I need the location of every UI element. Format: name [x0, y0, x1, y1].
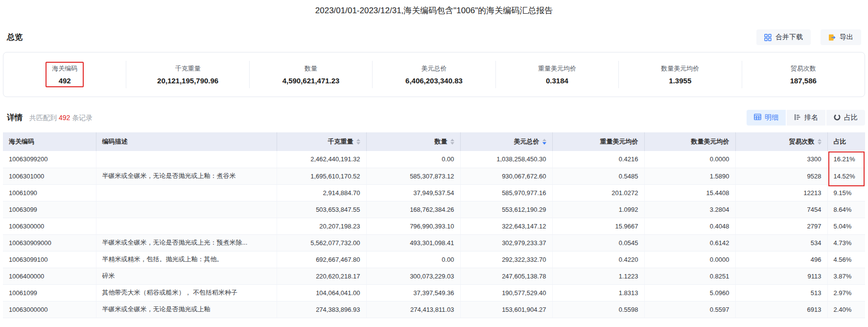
column-header-kg[interactable]: 千克重量 [277, 132, 366, 151]
cell-code: 100630909000 [3, 234, 96, 251]
table-row: 1006400000碎米220,620,218.17300,073,229.03… [3, 268, 865, 284]
stat-label: 海关编码 [52, 64, 77, 73]
top-buttons: 合并下载 导出 [756, 29, 861, 45]
column-label: 贸易次数 [789, 137, 815, 146]
stat-value: 492 [52, 76, 77, 85]
cell-share: 16.21% [827, 151, 865, 168]
column-label: 数量 [435, 137, 447, 146]
column-header-qty[interactable]: 数量 [366, 132, 460, 151]
cell-usd: 322,643,147.12 [460, 218, 552, 234]
cell-code: 1006300000 [3, 218, 96, 234]
sort-carets-icon[interactable] [356, 139, 360, 145]
cell-qty_avg: 0.0000 [644, 251, 735, 268]
match-suffix: 条记录 [72, 114, 93, 122]
cell-code: 10061090 [3, 184, 96, 201]
column-label: 占比 [834, 137, 846, 146]
sort-carets-icon[interactable] [818, 139, 821, 145]
cell-qty: 168,762,384.26 [366, 201, 460, 218]
cell-qty: 0.00 [366, 151, 460, 168]
overview-stat: 数量美元均价1.3955 [619, 61, 742, 88]
cell-kg: 2,914,884.70 [277, 184, 366, 201]
cell-share: 4.73% [827, 234, 865, 251]
cell-kg: 5,562,077,732.00 [277, 234, 366, 251]
column-label: 海关编码 [9, 137, 34, 146]
cell-trades: 9113 [735, 268, 827, 284]
tab-detail[interactable]: 明细 [747, 110, 786, 126]
cell-qty: 300,073,229.03 [366, 268, 460, 284]
column-header-qty_avg: 数量美元均价 [644, 132, 735, 151]
cell-kg_avg: 15.9667 [552, 218, 644, 234]
cell-qty_avg: 0.8251 [644, 268, 735, 284]
cell-usd: 585,970,977.16 [460, 184, 552, 201]
cell-kg: 220,620,218.17 [277, 268, 366, 284]
cell-trades: 2797 [735, 218, 827, 234]
stat-label: 贸易次数 [790, 64, 817, 73]
table-row: 10061099其他带壳大米（稻谷或糙米）， 不包括稻米种子104,064,04… [3, 284, 865, 301]
table-row: 100630992002,462,440,191.320.001,038,258… [3, 151, 865, 168]
cell-desc [96, 218, 277, 234]
match-summary: 共匹配到492条记录 [29, 114, 93, 123]
stat-inner: 数量美元均价1.3955 [655, 62, 705, 87]
cell-kg_avg: 0.0545 [552, 234, 644, 251]
customs-code-highlight-box: 海关编码492 [46, 62, 84, 87]
cell-usd: 292,322,332.70 [460, 251, 552, 268]
cell-share: 2.97% [827, 284, 865, 301]
stat-inner: 数量4,590,621,471.23 [276, 62, 346, 87]
stat-inner: 美元总价6,406,203,340.83 [399, 62, 469, 87]
merge-download-button[interactable]: 合并下载 [756, 29, 811, 45]
table-row: 100610902,914,884.7037,949,537.54585,970… [3, 184, 865, 201]
column-header-trades[interactable]: 贸易次数 [735, 132, 827, 151]
tab-share[interactable]: 占比 [826, 110, 865, 126]
table-row: 100630909000半碾米或全碾米，无论是否抛光或上光：预煮米除...5,5… [3, 234, 865, 251]
page-title: 2023/01/01-2023/12/31,海关编码包含"1006"的海关编码汇… [0, 0, 868, 19]
pie-icon [834, 114, 841, 122]
cell-usd: 302,979,233.37 [460, 234, 552, 251]
cell-kg: 1,695,610,170.52 [277, 168, 366, 184]
match-prefix: 共匹配到 [29, 114, 57, 122]
cell-code: 1006301000 [3, 168, 96, 184]
cell-desc: 碎米 [96, 268, 277, 284]
cell-desc [96, 201, 277, 218]
cell-trades: 534 [735, 234, 827, 251]
cell-kg_avg: 0.4220 [552, 251, 644, 268]
cell-qty: 0.00 [366, 251, 460, 268]
stat-value: 20,121,195,790.96 [157, 76, 218, 85]
cell-kg: 503,653,847.55 [277, 201, 366, 218]
sort-carets-icon[interactable] [450, 139, 454, 145]
cell-kg_avg: 0.5485 [552, 168, 644, 184]
cell-desc: 半精米或精米，包括。抛光或上釉：其他。 [96, 251, 277, 268]
cell-trades: 3300 [735, 151, 827, 168]
column-label: 美元总价 [514, 137, 540, 146]
export-button[interactable]: 导出 [821, 29, 861, 45]
stat-value: 1.3955 [661, 76, 699, 85]
stat-label: 数量美元均价 [661, 64, 699, 73]
cell-share: 9.15% [827, 184, 865, 201]
overview-stat: 重量美元均价0.3184 [496, 61, 619, 88]
overview-heading: 总览 [7, 32, 23, 43]
cell-trades: 6913 [735, 301, 827, 318]
cell-desc: 半碾米或全碾米，无论是否抛光或上光：预煮米除... [96, 234, 277, 251]
tab-ranking[interactable]: 排名 [787, 110, 825, 126]
column-header-usd[interactable]: 美元总价 [460, 132, 552, 151]
cell-share: 3.87% [827, 268, 865, 284]
column-label: 编码描述 [102, 137, 128, 146]
cell-qty_avg: 0.0000 [644, 151, 735, 168]
cell-trades: 12213 [735, 184, 827, 201]
sort-carets-icon[interactable] [542, 139, 546, 145]
cell-code: 10063099200 [3, 151, 96, 168]
cell-qty_avg: 0.6142 [644, 234, 735, 251]
cell-trades: 9528 [735, 168, 827, 184]
tab-share-label: 占比 [844, 113, 858, 122]
column-header-share: 占比 [827, 132, 865, 151]
cell-kg: 20,207,198.23 [277, 218, 366, 234]
column-label: 数量美元均价 [691, 137, 729, 146]
cell-kg_avg: 1.1223 [552, 268, 644, 284]
cell-qty: 274,413,811.03 [366, 301, 460, 318]
stat-value: 6,406,203,340.83 [405, 76, 463, 85]
column-label: 重量美元均价 [600, 137, 638, 146]
cell-qty: 37,397,549.36 [366, 284, 460, 301]
export-label: 导出 [840, 33, 853, 42]
cell-kg: 2,462,440,191.32 [277, 151, 366, 168]
cell-desc: 其他带壳大米（稻谷或糙米）， 不包括稻米种子 [96, 284, 277, 301]
overview-stat: 贸易次数187,586 [742, 61, 865, 88]
